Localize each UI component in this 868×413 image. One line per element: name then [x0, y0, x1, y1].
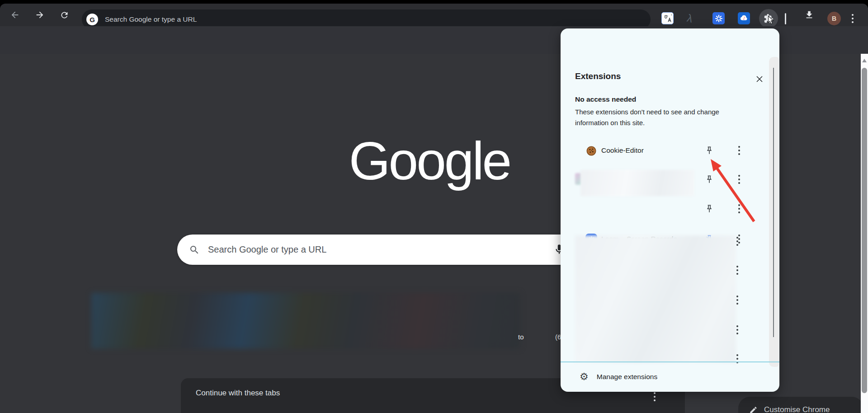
cursor-pointer-icon [765, 14, 777, 26]
customise-chrome-label: Customise Chrome [764, 405, 830, 413]
page-search-input[interactable] [207, 244, 533, 255]
search-icon [189, 244, 200, 255]
profile-avatar[interactable]: B [827, 12, 841, 25]
pin-extension-button[interactable] [704, 204, 715, 215]
redacted-extensions-block [575, 235, 736, 363]
extension-menu-button[interactable] [736, 175, 743, 185]
manage-extensions-button[interactable]: ⚙ Manage extensions [561, 364, 779, 390]
reload-icon [60, 10, 69, 20]
svg-text:♪: ♪ [743, 16, 745, 20]
close-icon [755, 75, 764, 83]
blur-text-fragment: to [518, 333, 524, 341]
pin-extension-button[interactable] [704, 174, 715, 185]
popup-section-title: No access needed [575, 95, 636, 103]
download-icon [804, 10, 814, 20]
popup-close-button[interactable] [753, 73, 766, 85]
loom-toolbar-button[interactable] [712, 12, 725, 24]
extensions-menu-button[interactable] [759, 9, 778, 28]
manage-extensions-label: Manage extensions [597, 373, 657, 381]
media-cloud-extension-button[interactable]: ♪ [738, 12, 750, 24]
browser-window: G λ [0, 0, 868, 413]
omnibox-input[interactable] [104, 15, 511, 24]
pin-extension-button[interactable] [704, 145, 715, 156]
forward-button[interactable] [32, 7, 47, 23]
extension-row-redacted [561, 197, 779, 222]
chrome-menu-button[interactable] [852, 14, 854, 23]
popup-scrollbar-thumb[interactable] [773, 68, 774, 337]
redacted-extension-name [580, 170, 694, 196]
pencil-icon [749, 406, 758, 413]
reload-button[interactable] [57, 7, 72, 23]
downloads-button[interactable] [802, 7, 817, 23]
extension-name: Cookie-Editor [601, 146, 644, 155]
dimmed-extension-icon: λ [686, 12, 694, 25]
scroll-up-arrow-icon[interactable] [862, 59, 867, 62]
popup-section-description: These extensions don't need to see and c… [575, 107, 726, 128]
loom-starburst-icon [712, 12, 725, 24]
extension-menu-button[interactable] [736, 266, 738, 275]
extension-menu-button[interactable] [736, 237, 738, 246]
translate-icon [661, 12, 674, 24]
continue-card-menu-button[interactable] [654, 392, 656, 401]
forward-arrow-icon [35, 10, 45, 20]
popup-divider [561, 361, 779, 362]
google-g-badge-icon: G [86, 14, 98, 25]
google-logo: Google [316, 130, 542, 192]
page-scrollbar-thumb[interactable] [862, 68, 867, 393]
cookie-editor-icon [585, 145, 597, 157]
blurred-shortcuts-row [91, 293, 520, 349]
extension-menu-button[interactable] [736, 296, 738, 305]
back-button[interactable] [7, 7, 23, 23]
extension-row: Cookie-Editor [561, 138, 779, 164]
extension-menu-button[interactable] [736, 325, 738, 334]
translate-extension-button[interactable] [661, 12, 674, 24]
extension-menu-button[interactable] [736, 204, 743, 214]
popup-scrollbar-track[interactable] [769, 57, 779, 367]
browser-toolbar: G λ [0, 4, 868, 26]
gear-icon: ⚙ [580, 372, 589, 382]
toolbar-separator [785, 13, 786, 24]
customise-chrome-button[interactable]: Customise Chrome [738, 397, 863, 413]
extension-menu-button[interactable] [736, 146, 743, 156]
dimmed-extension-button[interactable]: λ [687, 12, 693, 25]
popup-title: Extensions [575, 71, 621, 81]
back-arrow-icon [10, 10, 20, 20]
cloud-music-icon: ♪ [738, 12, 750, 24]
continue-tabs-label: Continue with these tabs [196, 389, 280, 398]
